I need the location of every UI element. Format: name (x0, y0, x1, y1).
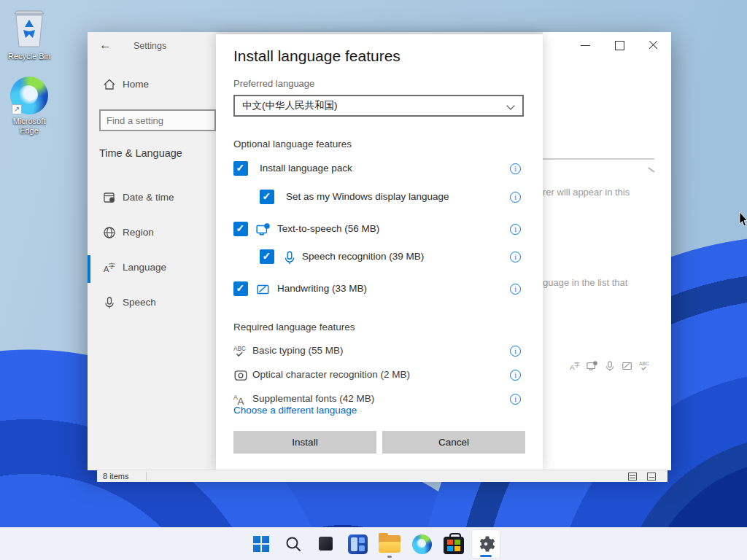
sidebar-item-label: Home (123, 79, 149, 90)
widgets-button[interactable] (343, 529, 372, 559)
info-icon[interactable] (510, 346, 521, 357)
edge-icon (412, 534, 432, 554)
required-label: Supplemental fonts (42 MB) (252, 393, 374, 404)
desktop-icon-recycle-bin[interactable]: Recycle Bin (1, 7, 57, 61)
back-button[interactable]: ← (99, 38, 112, 52)
close-button[interactable] (644, 38, 665, 52)
page-text-fragment: guage in the list that (543, 277, 652, 288)
store-button[interactable] (439, 529, 468, 559)
selected-language-value: 中文(中华人民共和国) (242, 100, 338, 111)
choose-different-language-link[interactable]: Choose a different language (233, 405, 357, 416)
handwriting-icon (256, 282, 271, 297)
shortcut-arrow-icon: ↗ (12, 104, 22, 114)
globe-icon (103, 226, 116, 239)
option-label: Speech recognition (39 MB) (302, 251, 424, 262)
sidebar-item-speech[interactable]: Speech (88, 295, 216, 316)
info-icon[interactable] (510, 284, 521, 295)
settings-window: ← Settings Home Time & Language Date & t… (88, 32, 671, 470)
info-icon[interactable] (510, 370, 521, 381)
info-icon[interactable] (510, 163, 521, 174)
settings-sidebar: ← Settings Home Time & Language Date & t… (88, 32, 216, 470)
basic-typing-icon: ABC (233, 344, 248, 359)
edge-icon: ↗ (10, 77, 48, 114)
sidebar-item-label: Region (123, 227, 154, 238)
sidebar-section-title: Time & Language (99, 147, 182, 159)
taskbar: 白云一键重装系统 www.baiyunxitong.com 5:52 PM We… (0, 527, 747, 560)
svg-text:字: 字 (109, 262, 115, 270)
recycle-bin-icon (11, 7, 47, 50)
language-feature-icons: A 字 ABC (569, 360, 651, 372)
option-label: Set as my Windows display language (286, 191, 449, 202)
sidebar-item-region[interactable]: Region (88, 225, 216, 246)
required-label: Basic typing (55 MB) (252, 345, 344, 356)
option-label: Text-to-speech (56 MB) (277, 223, 379, 234)
language-page-behind: rer will appear in this guage in the lis… (543, 32, 671, 470)
text-to-speech-icon (587, 360, 598, 372)
option-label: Install language pack (260, 163, 352, 174)
language-translate-icon: A 字 (103, 261, 116, 274)
file-explorer-button[interactable] (375, 529, 404, 559)
minimize-button[interactable] (576, 38, 597, 52)
settings-button[interactable] (471, 529, 500, 559)
checkbox-checked[interactable] (260, 190, 274, 204)
basic-typing-icon: ABC (639, 360, 651, 372)
task-view-button[interactable] (311, 529, 340, 559)
optional-features-header: Optional language features (233, 139, 352, 149)
handwriting-icon (622, 360, 633, 372)
required-features-header: Required language features (233, 322, 355, 332)
dialog-title: Install language features (233, 47, 400, 65)
svg-text:字: 字 (574, 362, 580, 368)
thumbnail-view-icon[interactable] (647, 472, 656, 481)
install-language-features-dialog: Install language features Preferred lang… (216, 34, 543, 470)
cancel-button[interactable]: Cancel (382, 431, 525, 454)
taskbar-center-icons (247, 529, 500, 559)
checkbox-checked[interactable] (233, 161, 248, 176)
option-row-text-to-speech: Text-to-speech (56 MB) (216, 222, 543, 238)
option-row-speech-recognition: Speech recognition (39 MB) (216, 249, 543, 265)
info-icon[interactable] (510, 192, 521, 203)
option-row-handwriting: Handwriting (33 MB) (216, 281, 543, 298)
checkbox-checked[interactable] (233, 222, 248, 236)
info-icon[interactable] (510, 224, 521, 235)
file-explorer-icon (379, 535, 400, 553)
maximize-button[interactable] (611, 38, 631, 52)
start-button[interactable] (247, 529, 276, 559)
find-a-setting-search[interactable] (99, 109, 216, 131)
file-explorer-status-bar: 8 items (97, 470, 667, 482)
widgets-icon (348, 534, 368, 554)
search-button[interactable] (279, 529, 308, 559)
combobox-chevron-fragment (648, 167, 654, 172)
install-button[interactable]: Install (233, 431, 376, 454)
preferred-language-label: Preferred language (233, 78, 314, 89)
status-bar-divider (146, 472, 147, 481)
sidebar-item-language[interactable]: A 字 Language (88, 260, 216, 281)
sidebar-item-label: Language (123, 262, 166, 273)
info-icon[interactable] (510, 252, 521, 262)
mouse-cursor (739, 212, 747, 227)
list-view-icon[interactable] (628, 472, 637, 481)
edge-button[interactable] (407, 529, 436, 559)
checkbox-checked[interactable] (260, 249, 274, 264)
required-row-basic-typing: ABC Basic typing (55 MB) (216, 343, 543, 359)
sidebar-item-date-time[interactable]: Date & time (88, 190, 216, 211)
desktop-icon-label: Recycle Bin (1, 52, 57, 61)
combobox-edge (543, 158, 654, 160)
svg-text:ABC: ABC (639, 361, 649, 366)
info-icon[interactable] (510, 394, 521, 405)
desktop: Recycle Bin ↗ Microsoft Edge ← Settings … (0, 0, 747, 560)
windows-start-icon (253, 536, 269, 552)
sidebar-item-home[interactable]: Home (88, 77, 216, 98)
ocr-icon (233, 368, 248, 383)
desktop-icon-label: Microsoft Edge (7, 117, 51, 136)
search-input[interactable] (101, 111, 214, 130)
window-title: Settings (133, 41, 166, 51)
option-row-install-language-pack: Install language pack (216, 161, 543, 177)
checkbox-checked[interactable] (233, 281, 248, 296)
items-count: 8 items (103, 472, 128, 481)
running-indicator (387, 556, 392, 558)
calendar-clock-icon (103, 191, 116, 204)
preferred-language-dropdown[interactable]: 中文(中华人民共和国) (233, 95, 524, 117)
search-icon (285, 535, 302, 553)
microphone-icon (604, 360, 616, 372)
desktop-icon-microsoft-edge[interactable]: ↗ Microsoft Edge (1, 77, 57, 136)
